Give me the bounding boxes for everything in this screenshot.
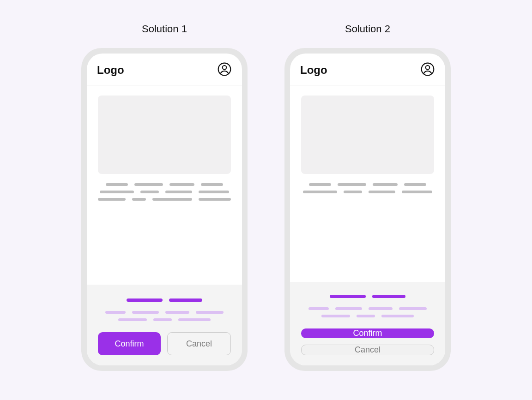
svg-point-3 <box>426 66 430 70</box>
bottom-sheet: Confirm Cancel <box>87 285 242 365</box>
solution-title: Solution 1 <box>142 23 187 35</box>
button-column: Confirm Cancel <box>301 328 434 355</box>
user-icon[interactable] <box>420 62 435 78</box>
bottom-sheet: Confirm Cancel <box>290 282 445 365</box>
cancel-button[interactable]: Cancel <box>167 332 231 355</box>
sheet-body-placeholder <box>98 311 231 321</box>
logo: Logo <box>300 64 327 77</box>
body-text-placeholder <box>98 183 231 201</box>
button-row: Confirm Cancel <box>98 332 231 355</box>
top-bar: Logo <box>87 54 242 85</box>
image-placeholder <box>98 96 231 174</box>
logo: Logo <box>97 64 124 77</box>
sheet-body-placeholder <box>301 307 434 317</box>
svg-point-1 <box>223 66 227 70</box>
phone-frame: Logo <box>284 48 451 371</box>
top-bar: Logo <box>290 54 445 85</box>
body-text-placeholder <box>301 183 434 193</box>
user-icon[interactable] <box>217 62 232 78</box>
cancel-button[interactable]: Cancel <box>301 345 434 355</box>
solution-1: Solution 1 Logo <box>81 23 248 371</box>
confirm-button[interactable]: Confirm <box>301 328 434 338</box>
solution-title: Solution 2 <box>345 23 390 35</box>
phone-frame: Logo <box>81 48 248 371</box>
phone-screen: Logo <box>290 54 445 365</box>
confirm-button[interactable]: Confirm <box>98 332 161 355</box>
image-placeholder <box>301 96 434 174</box>
phone-screen: Logo <box>87 54 242 365</box>
solution-2: Solution 2 Logo <box>284 23 451 371</box>
content-area <box>290 85 445 282</box>
sheet-heading-placeholder <box>330 295 405 298</box>
content-area <box>87 85 242 285</box>
sheet-heading-placeholder <box>127 299 202 302</box>
